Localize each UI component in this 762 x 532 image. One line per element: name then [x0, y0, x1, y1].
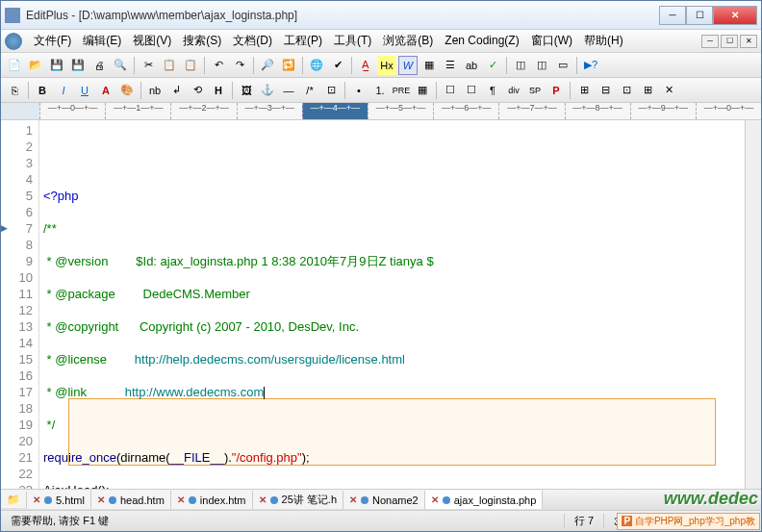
- line-number[interactable]: 23: [3, 482, 33, 489]
- line-number[interactable]: 9: [3, 253, 33, 269]
- save-all-button[interactable]: 💾: [68, 56, 88, 75]
- ol-button[interactable]: 1.: [370, 81, 390, 100]
- mdi-close-button[interactable]: ✕: [740, 35, 757, 48]
- span-button[interactable]: SP: [525, 81, 545, 100]
- table-button[interactable]: ▦: [413, 81, 432, 100]
- line-number[interactable]: 3: [3, 155, 33, 171]
- p-button[interactable]: P: [546, 81, 566, 100]
- menu-item[interactable]: 编辑(E): [77, 32, 127, 49]
- line-number[interactable]: 8: [3, 237, 33, 253]
- br-button[interactable]: ↲: [166, 81, 186, 100]
- file-tab[interactable]: ✕5.html: [27, 491, 91, 509]
- browser-button[interactable]: 🌐: [307, 56, 326, 75]
- spellcheck-button[interactable]: ✔: [328, 56, 347, 75]
- save-button[interactable]: 💾: [47, 56, 66, 75]
- close-tab-icon[interactable]: ✕: [349, 494, 357, 505]
- comment-button[interactable]: /*: [300, 81, 319, 100]
- close-tab-icon[interactable]: ✕: [177, 494, 185, 505]
- italic-button[interactable]: I: [54, 81, 73, 100]
- directory-tab[interactable]: 📁: [1, 492, 27, 508]
- line-number[interactable]: 2: [3, 139, 33, 155]
- new-file-button[interactable]: 📄: [5, 56, 24, 75]
- pilcrow-button[interactable]: ¶: [483, 81, 502, 100]
- find-button[interactable]: 🔎: [258, 56, 277, 75]
- line-number[interactable]: 10: [3, 269, 33, 286]
- menu-item[interactable]: 工程(P): [278, 32, 328, 49]
- close-tab-icon[interactable]: ✕: [97, 494, 105, 505]
- line-number[interactable]: 16: [3, 367, 33, 384]
- form-button[interactable]: ☐: [441, 81, 460, 100]
- tool-d-button[interactable]: ⊞: [638, 81, 657, 100]
- file-tab[interactable]: ✕head.htm: [91, 491, 171, 509]
- tool-b-button[interactable]: ⊟: [596, 81, 615, 100]
- cut-button[interactable]: ✂: [139, 56, 158, 75]
- window2-button[interactable]: ◫: [532, 56, 551, 75]
- menu-item[interactable]: 浏览器(B): [377, 32, 439, 49]
- pre-button[interactable]: PRE: [392, 81, 411, 100]
- line-number[interactable]: 12: [3, 302, 33, 318]
- div-button[interactable]: div: [504, 81, 523, 100]
- line-number[interactable]: 5: [3, 188, 33, 204]
- tool-c-button[interactable]: ⊡: [617, 81, 636, 100]
- center-button[interactable]: ⊡: [321, 81, 341, 100]
- highlight-button[interactable]: Hx: [377, 56, 396, 75]
- mdi-restore-button[interactable]: ☐: [721, 35, 738, 48]
- line-gutter[interactable]: 1234567891011121314151617181920212223: [1, 120, 39, 489]
- close-tab-icon[interactable]: ✕: [259, 494, 267, 505]
- line-number[interactable]: 6: [3, 204, 33, 220]
- line-number[interactable]: 15: [3, 351, 33, 367]
- undo-button[interactable]: ↶: [209, 56, 228, 75]
- wordwrap-button[interactable]: W: [398, 56, 418, 75]
- tool-a-button[interactable]: ⊞: [574, 81, 594, 100]
- heading-button[interactable]: H: [209, 81, 228, 100]
- menu-item[interactable]: 工具(T): [328, 32, 377, 49]
- tag-button[interactable]: ⎘: [5, 81, 24, 100]
- preview-button[interactable]: 🔍: [111, 56, 130, 75]
- code-editor[interactable]: <?php /** * @version $Id: ajax_loginsta.…: [39, 120, 745, 489]
- column-button[interactable]: ▦: [419, 56, 439, 75]
- line-number[interactable]: 11: [3, 286, 33, 302]
- menu-item[interactable]: 帮助(H): [578, 32, 629, 49]
- line-number[interactable]: 14: [3, 335, 33, 351]
- image-button[interactable]: 🖼: [237, 81, 256, 100]
- anchor-button[interactable]: ⚓: [258, 81, 277, 100]
- bold-button[interactable]: B: [33, 81, 52, 100]
- menu-item[interactable]: 搜索(S): [177, 32, 227, 49]
- mdi-minimize-button[interactable]: ─: [701, 35, 719, 48]
- replace-button[interactable]: 🔁: [279, 56, 298, 75]
- line-number[interactable]: 17: [3, 384, 33, 400]
- underline-button[interactable]: U: [75, 81, 94, 100]
- line-number[interactable]: 1: [3, 122, 33, 139]
- line-number[interactable]: 18: [3, 400, 33, 417]
- copy-button[interactable]: 📋: [160, 56, 179, 75]
- file-tab[interactable]: ✕25讲 笔记.h: [253, 491, 343, 509]
- line-number[interactable]: 22: [3, 466, 33, 482]
- check-button[interactable]: ✓: [483, 56, 502, 75]
- line-number[interactable]: 21: [3, 449, 33, 466]
- ul-button[interactable]: •: [349, 81, 368, 100]
- file-tab[interactable]: ✕index.htm: [171, 491, 253, 509]
- hr-button[interactable]: —: [279, 81, 298, 100]
- window3-button[interactable]: ▭: [553, 56, 572, 75]
- close-tab-icon[interactable]: ✕: [33, 494, 40, 505]
- input-button[interactable]: ☐: [462, 81, 481, 100]
- menu-item[interactable]: 视图(V): [127, 32, 177, 49]
- line-number[interactable]: 20: [3, 433, 33, 449]
- window1-button[interactable]: ◫: [511, 56, 530, 75]
- print-button[interactable]: 🖨: [89, 56, 109, 75]
- line-number[interactable]: 13: [3, 318, 33, 335]
- paste-button[interactable]: 📋: [181, 56, 200, 75]
- file-tab[interactable]: ✕ajax_loginsta.php: [425, 491, 544, 509]
- titlebar[interactable]: EditPlus - [D:\wamp\www\member\ajax_logi…: [1, 1, 761, 30]
- menu-item[interactable]: 文件(F): [28, 32, 77, 49]
- menu-item[interactable]: 文档(D): [227, 32, 278, 49]
- close-tab-icon[interactable]: ✕: [431, 494, 439, 505]
- vertical-scrollbar[interactable]: [745, 120, 761, 489]
- open-file-button[interactable]: 📂: [26, 56, 45, 75]
- fontcolor-button[interactable]: A: [96, 81, 115, 100]
- help-button[interactable]: ▶?: [581, 56, 600, 75]
- menu-item[interactable]: Zen Coding(Z): [439, 32, 524, 49]
- para-button[interactable]: ⟲: [188, 81, 207, 100]
- font-button[interactable]: A̲: [356, 56, 375, 75]
- minimize-button[interactable]: [659, 6, 686, 25]
